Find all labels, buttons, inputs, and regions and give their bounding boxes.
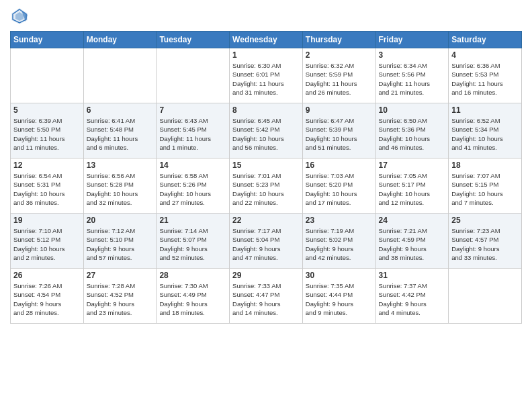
- day-info: Sunrise: 6:39 AM Sunset: 5:50 PM Dayligh…: [13, 116, 81, 152]
- day-info: Sunrise: 6:58 AM Sunset: 5:26 PM Dayligh…: [159, 171, 226, 207]
- calendar-cell: 10Sunrise: 6:50 AM Sunset: 5:36 PM Dayli…: [375, 103, 449, 158]
- day-number: 8: [232, 105, 300, 115]
- day-info: Sunrise: 6:47 AM Sunset: 5:39 PM Dayligh…: [306, 116, 373, 152]
- day-number: 26: [13, 271, 81, 280]
- week-row-2: 5Sunrise: 6:39 AM Sunset: 5:50 PM Daylig…: [11, 103, 522, 158]
- day-info: Sunrise: 7:03 AM Sunset: 5:20 PM Dayligh…: [306, 171, 373, 207]
- calendar-cell: 30Sunrise: 7:35 AM Sunset: 4:44 PM Dayli…: [302, 269, 375, 324]
- day-info: Sunrise: 7:14 AM Sunset: 5:07 PM Dayligh…: [159, 226, 226, 262]
- day-number: 11: [451, 105, 519, 115]
- day-number: 10: [379, 105, 446, 115]
- day-info: Sunrise: 6:34 AM Sunset: 5:56 PM Dayligh…: [379, 61, 446, 97]
- day-number: 17: [379, 161, 446, 170]
- weekday-header-wednesday: Wednesday: [230, 32, 303, 48]
- calendar-cell: 28Sunrise: 7:30 AM Sunset: 4:49 PM Dayli…: [157, 269, 230, 324]
- calendar-cell: 12Sunrise: 6:54 AM Sunset: 5:31 PM Dayli…: [11, 158, 84, 214]
- calendar-cell: 23Sunrise: 7:19 AM Sunset: 5:02 PM Dayli…: [302, 214, 375, 269]
- day-number: 14: [159, 161, 226, 170]
- calendar-cell: 25Sunrise: 7:23 AM Sunset: 4:57 PM Dayli…: [449, 214, 522, 269]
- day-info: Sunrise: 7:01 AM Sunset: 5:23 PM Dayligh…: [232, 171, 300, 207]
- page: SundayMondayTuesdayWednesdayThursdayFrid…: [0, 0, 532, 411]
- calendar-cell: 9Sunrise: 6:47 AM Sunset: 5:39 PM Daylig…: [302, 103, 375, 158]
- calendar-cell: 3Sunrise: 6:34 AM Sunset: 5:56 PM Daylig…: [375, 48, 449, 103]
- day-info: Sunrise: 7:33 AM Sunset: 4:47 PM Dayligh…: [232, 281, 300, 317]
- day-info: Sunrise: 7:35 AM Sunset: 4:44 PM Dayligh…: [306, 281, 373, 317]
- header: [10, 7, 522, 26]
- day-info: Sunrise: 6:45 AM Sunset: 5:42 PM Dayligh…: [232, 116, 300, 152]
- calendar-cell: 17Sunrise: 7:05 AM Sunset: 5:17 PM Dayli…: [375, 158, 449, 214]
- day-number: 15: [232, 161, 300, 170]
- day-number: 28: [159, 271, 226, 280]
- logo-icon: [10, 7, 29, 26]
- day-info: Sunrise: 7:12 AM Sunset: 5:10 PM Dayligh…: [87, 226, 154, 262]
- day-number: 7: [159, 105, 226, 115]
- week-row-4: 19Sunrise: 7:10 AM Sunset: 5:12 PM Dayli…: [11, 214, 522, 269]
- day-number: 16: [306, 161, 373, 170]
- day-info: Sunrise: 7:07 AM Sunset: 5:15 PM Dayligh…: [451, 171, 519, 207]
- day-number: 4: [451, 50, 519, 60]
- calendar-cell: 29Sunrise: 7:33 AM Sunset: 4:47 PM Dayli…: [230, 269, 303, 324]
- day-number: 30: [306, 271, 373, 280]
- day-number: 25: [451, 216, 519, 225]
- calendar-cell: 20Sunrise: 7:12 AM Sunset: 5:10 PM Dayli…: [83, 214, 157, 269]
- calendar-cell: 11Sunrise: 6:52 AM Sunset: 5:34 PM Dayli…: [449, 103, 522, 158]
- calendar-table: SundayMondayTuesdayWednesdayThursdayFrid…: [10, 31, 522, 324]
- day-number: 6: [87, 105, 154, 115]
- day-info: Sunrise: 6:52 AM Sunset: 5:34 PM Dayligh…: [451, 116, 519, 152]
- day-number: 29: [232, 271, 300, 280]
- day-number: 3: [379, 50, 446, 60]
- calendar-cell: 1Sunrise: 6:30 AM Sunset: 6:01 PM Daylig…: [230, 48, 303, 103]
- day-info: Sunrise: 7:28 AM Sunset: 4:52 PM Dayligh…: [87, 281, 154, 317]
- calendar-cell: 24Sunrise: 7:21 AM Sunset: 4:59 PM Dayli…: [375, 214, 449, 269]
- day-info: Sunrise: 6:41 AM Sunset: 5:48 PM Dayligh…: [87, 116, 154, 152]
- weekday-header-sunday: Sunday: [11, 32, 84, 48]
- calendar-cell: 31Sunrise: 7:37 AM Sunset: 4:42 PM Dayli…: [375, 269, 449, 324]
- day-info: Sunrise: 7:37 AM Sunset: 4:42 PM Dayligh…: [379, 281, 446, 317]
- day-number: 5: [13, 105, 81, 115]
- day-info: Sunrise: 6:50 AM Sunset: 5:36 PM Dayligh…: [379, 116, 446, 152]
- day-info: Sunrise: 7:21 AM Sunset: 4:59 PM Dayligh…: [379, 226, 446, 262]
- calendar-cell: 26Sunrise: 7:26 AM Sunset: 4:54 PM Dayli…: [11, 269, 84, 324]
- calendar-cell: 18Sunrise: 7:07 AM Sunset: 5:15 PM Dayli…: [449, 158, 522, 214]
- day-info: Sunrise: 7:30 AM Sunset: 4:49 PM Dayligh…: [159, 281, 226, 317]
- day-number: 31: [379, 271, 446, 280]
- logo: [10, 7, 32, 26]
- day-info: Sunrise: 7:17 AM Sunset: 5:04 PM Dayligh…: [232, 226, 300, 262]
- day-info: Sunrise: 6:30 AM Sunset: 6:01 PM Dayligh…: [232, 61, 300, 97]
- calendar-cell: [157, 48, 230, 103]
- day-number: 13: [87, 161, 154, 170]
- calendar-cell: 5Sunrise: 6:39 AM Sunset: 5:50 PM Daylig…: [11, 103, 84, 158]
- calendar-cell: 15Sunrise: 7:01 AM Sunset: 5:23 PM Dayli…: [230, 158, 303, 214]
- day-number: 24: [379, 216, 446, 225]
- calendar-cell: 19Sunrise: 7:10 AM Sunset: 5:12 PM Dayli…: [11, 214, 84, 269]
- weekday-header-friday: Friday: [375, 32, 449, 48]
- calendar-cell: [449, 269, 522, 324]
- day-number: 2: [306, 50, 373, 60]
- calendar-cell: [83, 48, 157, 103]
- day-info: Sunrise: 6:36 AM Sunset: 5:53 PM Dayligh…: [451, 61, 519, 97]
- day-number: 1: [232, 50, 300, 60]
- day-info: Sunrise: 6:43 AM Sunset: 5:45 PM Dayligh…: [159, 116, 226, 152]
- calendar-cell: 14Sunrise: 6:58 AM Sunset: 5:26 PM Dayli…: [157, 158, 230, 214]
- day-number: 22: [232, 216, 300, 225]
- calendar-cell: 21Sunrise: 7:14 AM Sunset: 5:07 PM Dayli…: [157, 214, 230, 269]
- weekday-header-thursday: Thursday: [302, 32, 375, 48]
- day-info: Sunrise: 7:26 AM Sunset: 4:54 PM Dayligh…: [13, 281, 81, 317]
- week-row-1: 1Sunrise: 6:30 AM Sunset: 6:01 PM Daylig…: [11, 48, 522, 103]
- calendar-cell: 4Sunrise: 6:36 AM Sunset: 5:53 PM Daylig…: [449, 48, 522, 103]
- day-number: 18: [451, 161, 519, 170]
- day-info: Sunrise: 6:32 AM Sunset: 5:59 PM Dayligh…: [306, 61, 373, 97]
- week-row-3: 12Sunrise: 6:54 AM Sunset: 5:31 PM Dayli…: [11, 158, 522, 214]
- day-info: Sunrise: 6:54 AM Sunset: 5:31 PM Dayligh…: [13, 171, 81, 207]
- weekday-header-saturday: Saturday: [449, 32, 522, 48]
- day-info: Sunrise: 6:56 AM Sunset: 5:28 PM Dayligh…: [87, 171, 154, 207]
- day-number: 23: [306, 216, 373, 225]
- day-number: 12: [13, 161, 81, 170]
- weekday-header-row: SundayMondayTuesdayWednesdayThursdayFrid…: [11, 32, 522, 48]
- day-info: Sunrise: 7:23 AM Sunset: 4:57 PM Dayligh…: [451, 226, 519, 262]
- calendar-cell: 6Sunrise: 6:41 AM Sunset: 5:48 PM Daylig…: [83, 103, 157, 158]
- day-number: 9: [306, 105, 373, 115]
- day-number: 19: [13, 216, 81, 225]
- calendar-cell: 27Sunrise: 7:28 AM Sunset: 4:52 PM Dayli…: [83, 269, 157, 324]
- calendar-cell: 8Sunrise: 6:45 AM Sunset: 5:42 PM Daylig…: [230, 103, 303, 158]
